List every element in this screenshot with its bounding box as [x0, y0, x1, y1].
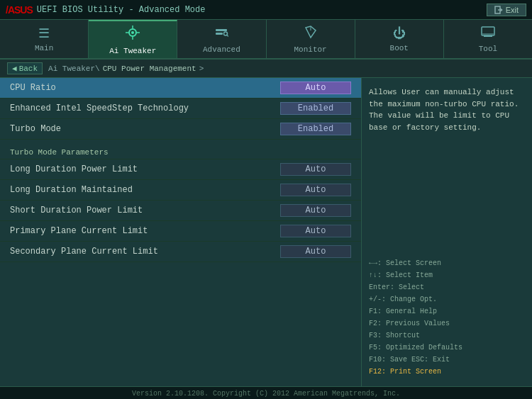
setting-short-duration-power[interactable]: Short Duration Power Limit Auto	[0, 201, 361, 221]
tab-ai-tweaker-label: Ai Tweaker	[109, 47, 156, 55]
back-arrow-icon: ◀	[12, 64, 17, 73]
shortcut-f1: F1: General Help	[369, 305, 525, 317]
cpu-ratio-label: CPU Ratio	[10, 83, 280, 93]
tab-boot[interactable]: ⏻ Boot	[355, 20, 444, 58]
cpu-ratio-value[interactable]: Auto	[280, 82, 351, 94]
shortcut-plusminus: +/-: Change Opt.	[369, 293, 525, 305]
breadcrumb: ◀ Back Ai Tweaker\ CPU Power Management …	[0, 60, 532, 78]
tab-main[interactable]: ☰ Main	[0, 20, 89, 58]
long-duration-power-label: Long Duration Power Limit	[10, 164, 280, 174]
tab-ai-tweaker[interactable]: Ai Tweaker	[89, 20, 177, 58]
bottom-bar: Version 2.10.1208. Copyright (C) 2012 Am…	[0, 386, 532, 399]
turbo-params-label: Turbo Mode Parameters	[10, 148, 351, 157]
setting-primary-plane[interactable]: Primary Plane Current Limit Auto	[0, 221, 361, 242]
shortcut-f10: F10: Save ESC: Exit	[369, 354, 525, 366]
top-bar: /ASUS UEFI BIOS Utility - Advanced Mode …	[0, 0, 532, 20]
ai-tweaker-icon	[125, 25, 140, 44]
shortcut-f5: F5: Optimized Defaults	[369, 342, 525, 354]
short-duration-power-label: Short Duration Power Limit	[10, 206, 280, 215]
exit-label: Exit	[506, 6, 519, 14]
secondary-plane-value[interactable]: Auto	[280, 245, 351, 258]
setting-long-duration-power[interactable]: Long Duration Power Limit Auto	[0, 159, 361, 180]
svg-line-13	[227, 35, 228, 36]
turbo-mode-value[interactable]: Enabled	[280, 123, 351, 135]
shortcut-f3: F3: Shortcut	[369, 330, 525, 342]
help-text: Allows User can manually adjust the maxi…	[369, 86, 525, 133]
back-label: Back	[19, 64, 38, 73]
exit-button[interactable]: Exit	[487, 4, 526, 16]
turbo-mode-label: Turbo Mode	[10, 124, 280, 134]
setting-cpu-ratio[interactable]: CPU Ratio Auto	[0, 78, 361, 99]
shortcut-f2: F2: Previous Values	[369, 317, 525, 330]
tab-advanced-label: Advanced	[203, 45, 240, 54]
svg-point-5	[131, 31, 134, 34]
setting-secondary-plane[interactable]: Secondary Plane Current Limit Auto	[0, 242, 361, 262]
asus-logo: /ASUS	[6, 4, 33, 16]
shortcut-enter: Enter: Select	[369, 281, 525, 293]
primary-plane-label: Primary Plane Current Limit	[10, 226, 280, 236]
shortcut-arrows: ←→: Select Screen	[369, 257, 525, 269]
advanced-icon	[214, 25, 228, 43]
svg-rect-10	[216, 29, 227, 31]
exit-icon	[494, 6, 503, 14]
shortcut-f12: F12: Print Screen	[369, 366, 525, 378]
boot-icon: ⏻	[393, 26, 406, 41]
back-button[interactable]: ◀ Back	[7, 62, 43, 74]
long-duration-maintained-value[interactable]: Auto	[280, 184, 351, 196]
tab-boot-label: Boot	[390, 44, 409, 52]
tab-monitor-label: Monitor	[294, 45, 326, 54]
shortcuts-panel: ←→: Select Screen ↑↓: Select Item Enter:…	[369, 257, 525, 378]
secondary-plane-label: Secondary Plane Current Limit	[10, 247, 280, 257]
setting-turbo-mode[interactable]: Turbo Mode Enabled	[0, 119, 361, 140]
logo-area: /ASUS UEFI BIOS Utility - Advanced Mode	[6, 4, 205, 16]
tool-icon	[481, 26, 495, 42]
tab-advanced[interactable]: Advanced	[177, 20, 266, 58]
primary-plane-value[interactable]: Auto	[280, 225, 351, 237]
speedstep-label: Enhanced Intel SpeedStep Technology	[10, 103, 280, 113]
tab-monitor[interactable]: Monitor	[267, 20, 355, 58]
speedstep-value[interactable]: Enabled	[280, 102, 351, 115]
breadcrumb-arrow: >	[199, 64, 204, 73]
shortcut-updown: ↑↓: Select Item	[369, 269, 525, 281]
svg-point-12	[224, 32, 228, 35]
setting-speedstep[interactable]: Enhanced Intel SpeedStep Technology Enab…	[0, 99, 361, 119]
short-duration-power-value[interactable]: Auto	[280, 204, 351, 217]
main-content: CPU Ratio Auto Enhanced Intel SpeedStep …	[0, 78, 532, 386]
breadcrumb-path: Ai Tweaker\	[48, 64, 100, 73]
long-duration-maintained-label: Long Duration Maintained	[10, 185, 280, 195]
right-panel: Allows User can manually adjust the maxi…	[362, 78, 532, 386]
left-panel: CPU Ratio Auto Enhanced Intel SpeedStep …	[0, 78, 362, 386]
version-text: Version 2.10.1208. Copyright (C) 2012 Am…	[132, 390, 400, 398]
turbo-params-section: Turbo Mode Parameters	[0, 140, 361, 159]
nav-tabs: ☰ Main Ai Tweaker Advanced	[0, 20, 532, 60]
setting-long-duration-maintained[interactable]: Long Duration Maintained Auto	[0, 180, 361, 201]
bios-title: UEFI BIOS Utility - Advanced Mode	[37, 5, 206, 15]
breadcrumb-current: CPU Power Management	[103, 64, 196, 73]
main-icon: ☰	[38, 26, 50, 41]
svg-rect-11	[216, 33, 223, 35]
tab-tool-label: Tool	[479, 45, 497, 53]
tab-tool[interactable]: Tool	[444, 20, 532, 58]
tab-main-label: Main	[35, 44, 53, 52]
svg-rect-16	[484, 35, 492, 37]
long-duration-power-value[interactable]: Auto	[280, 163, 351, 176]
monitor-icon	[304, 25, 318, 43]
